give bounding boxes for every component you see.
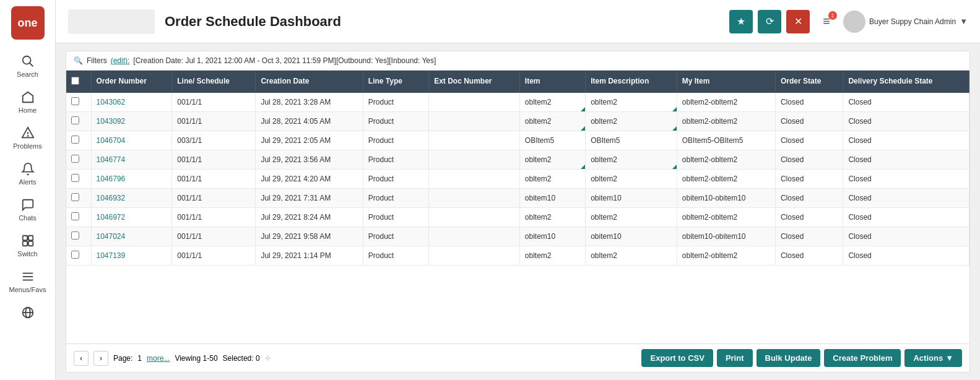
pagination: ‹ › Page: 1 more... Viewing 1-50 Selecte… [74,351,271,366]
more-pages-link[interactable]: more... [147,354,170,363]
order-number-link[interactable]: 1043092 [97,117,126,126]
corner-indicator [672,165,677,169]
table-row: 1043062001/1/1Jul 28, 2021 3:28 AMProduc… [66,93,969,112]
scatter-icon: ⊹ [265,354,271,362]
corner-indicator [581,165,585,169]
table-row: 1046796001/1/1Jul 29, 2021 4:20 AMProduc… [66,170,969,189]
switch-icon [21,234,35,248]
row-checkbox[interactable] [71,231,79,240]
page-title: Order Schedule Dashboard [165,14,719,30]
header: Order Schedule Dashboard ★ ⟳ ✕ ≡ 1 Buyer… [56,0,980,43]
action-buttons: Export to CSV Print Bulk Update Create P… [641,349,962,367]
bell-icon [21,162,35,176]
app-logo[interactable]: one [11,6,45,40]
refresh-button[interactable]: ⟳ [758,10,781,33]
company-logo [68,9,155,34]
row-checkbox[interactable] [71,193,79,201]
globe-icon [21,306,35,319]
row-checkbox[interactable] [71,136,79,144]
print-button[interactable]: Print [717,349,753,367]
row-checkbox[interactable] [71,212,79,220]
menu-icon [21,270,35,283]
header-line-schedule: Line/ Schedule [172,71,256,93]
filters-edit-link[interactable]: (edit): [111,56,130,65]
sidebar-item-alerts[interactable]: Alerts [0,156,55,192]
order-number-link[interactable]: 1046774 [97,155,126,164]
table-row: 1047024001/1/1Jul 29, 2021 9:58 AMProduc… [66,227,969,246]
table-row: 1046774001/1/1Jul 29, 2021 3:56 AMProduc… [66,150,969,170]
user-dropdown-chevron[interactable]: ▼ [960,17,968,26]
header-line-type: Line Type [363,71,428,93]
sidebar-item-menus-label: Menus/Favs [9,286,46,293]
header-item-description: Item Description [586,71,677,93]
svg-line-1 [29,63,33,67]
actions-chevron-icon: ▼ [945,353,953,363]
svg-rect-7 [28,241,32,246]
sidebar-item-alerts-label: Alerts [19,178,36,186]
header-order-number: Order Number [91,71,172,93]
table-row: 1043092001/1/1Jul 28, 2021 4:05 AMProduc… [66,112,969,131]
sidebar-item-menus[interactable]: Menus/Favs [0,264,55,300]
table-row: 1046932001/1/1Jul 29, 2021 7:31 AMProduc… [66,189,969,208]
export-csv-button[interactable]: Export to CSV [641,349,713,367]
order-number-link[interactable]: 1046932 [97,194,126,202]
corner-indicator [581,126,585,131]
bottom-bar: ‹ › Page: 1 more... Viewing 1-50 Selecte… [66,344,970,373]
sidebar-item-search-label: Search [17,71,38,78]
order-number-link[interactable]: 1046972 [97,213,126,222]
actions-label: Actions [913,353,943,363]
row-checkbox[interactable] [71,155,79,163]
sidebar-item-globe[interactable] [0,300,55,326]
main-area: Order Schedule Dashboard ★ ⟳ ✕ ≡ 1 Buyer… [56,0,980,380]
order-number-link[interactable]: 1047139 [97,251,126,260]
page-number: 1 [137,354,142,363]
table-header-row: Order Number Line/ Schedule Creation Dat… [66,71,969,93]
sidebar-item-problems[interactable]: Problems [0,120,55,156]
search-icon [21,54,35,68]
order-number-link[interactable]: 1047024 [97,232,126,241]
table-row: 1046704003/1/1Jul 29, 2021 2:05 AMProduc… [66,131,969,150]
orders-table: Order Number Line/ Schedule Creation Dat… [66,71,969,266]
select-all-checkbox[interactable] [71,77,79,85]
order-number-link[interactable]: 1046704 [97,136,126,145]
svg-rect-4 [22,236,27,240]
row-checkbox[interactable] [71,251,79,259]
page-label: Page: [113,354,132,363]
sidebar-item-home-label: Home [19,106,37,114]
next-page-button[interactable]: › [93,351,108,366]
viewing-label: Viewing 1-50 [175,354,217,363]
table-container[interactable]: Order Number Line/ Schedule Creation Dat… [66,71,970,344]
header-creation-date: Creation Date [256,71,363,93]
avatar [843,11,865,33]
table-row: 1047139001/1/1Jul 29, 2021 1:14 PMProduc… [66,246,969,266]
menu-button[interactable]: ≡ 1 [815,10,838,33]
row-checkbox[interactable] [71,174,79,182]
prev-page-button[interactable]: ‹ [74,351,89,366]
sidebar-item-search[interactable]: Search [0,48,55,84]
row-checkbox[interactable] [71,116,79,124]
chat-icon [21,198,35,212]
create-problem-button[interactable]: Create Problem [824,349,901,367]
sidebar-item-chats[interactable]: Chats [0,192,55,228]
sidebar-item-chats-label: Chats [19,214,37,222]
svg-rect-6 [22,241,27,246]
menu-badge: 1 [828,11,837,20]
close-button[interactable]: ✕ [786,10,810,33]
user-name: Buyer Suppy Chain Admin [869,17,956,26]
star-button[interactable]: ★ [729,10,753,33]
row-checkbox[interactable] [71,97,79,105]
header-order-state: Order State [775,71,843,93]
selected-label: Selected: 0 [223,354,260,363]
header-my-item: My Item [677,71,775,93]
svg-point-3 [27,136,28,136]
order-number-link[interactable]: 1043062 [97,98,126,106]
filters-bar: 🔍 Filters (edit): [Creation Date: Jul 1,… [66,51,970,71]
actions-button[interactable]: Actions ▼ [904,349,962,367]
sidebar-item-home[interactable]: Home [0,84,55,120]
sidebar-item-switch[interactable]: Switch [0,228,55,264]
bulk-update-button[interactable]: Bulk Update [757,349,821,367]
order-number-link[interactable]: 1046796 [97,175,126,183]
header-ext-doc-number: Ext Doc Number [429,71,520,93]
corner-indicator [581,107,585,111]
header-item: Item [519,71,585,93]
